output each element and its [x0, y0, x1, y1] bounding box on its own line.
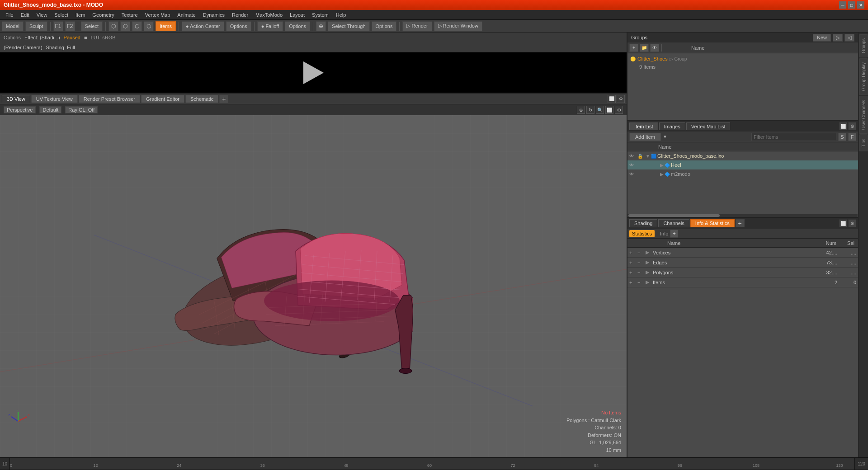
edge-tab-user-channels[interactable]: User Channels	[859, 96, 868, 134]
items-button[interactable]: Items	[156, 21, 176, 31]
stats-plus-i[interactable]: +	[629, 280, 637, 285]
restore-button[interactable]: □	[848, 1, 855, 9]
f1-button[interactable]: F1	[53, 21, 63, 31]
menu-dynamics[interactable]: Dynamics	[199, 11, 228, 19]
il-arrow-3[interactable]: ▶	[660, 172, 664, 177]
stats-arrow-e[interactable]: ▶	[646, 259, 652, 265]
stats-row-items[interactable]: + − ▶ Items 2 0	[627, 277, 858, 287]
item-list-options-btn[interactable]: ⚙	[848, 122, 856, 130]
tab-channels[interactable]: Channels	[658, 219, 689, 227]
groups-collapse-button[interactable]: ◁	[844, 34, 854, 42]
tab-schematic[interactable]: Schematic	[185, 95, 218, 103]
viewport-3d-nav1[interactable]: ⊕	[577, 106, 585, 114]
il-eye-3[interactable]: 👁	[629, 172, 637, 177]
groups-add-icon[interactable]: +	[629, 44, 638, 52]
stats-row-polygons[interactable]: + − ▶ Polygons 32.... ....	[627, 268, 858, 277]
menu-vertex-map[interactable]: Vertex Map	[142, 11, 174, 19]
stats-row-vertices[interactable]: + − ▶ Vertices 42.... ....	[627, 248, 858, 258]
toolbar-icon-4[interactable]: ⬡	[144, 21, 154, 31]
tab-images[interactable]: Images	[659, 122, 685, 130]
groups-folder-icon[interactable]: 📁	[640, 44, 649, 52]
stats-plus-v[interactable]: +	[629, 250, 637, 255]
item-list-scrollbar[interactable]	[628, 214, 857, 217]
menu-texture[interactable]: Texture	[118, 11, 142, 19]
viewport-3d-settings[interactable]: ⚙	[615, 106, 623, 114]
tab-render-preset-browser[interactable]: Render Preset Browser	[79, 95, 140, 103]
edge-tab-tips[interactable]: Tips	[859, 135, 868, 151]
options3-button[interactable]: Options	[372, 21, 397, 31]
tab-item-list[interactable]: Item List	[629, 122, 658, 130]
tab-vertex-map-list[interactable]: Vertex Map List	[686, 122, 731, 130]
viewport-view-type[interactable]: Perspective	[4, 106, 36, 113]
options1-button[interactable]: Options	[226, 21, 251, 31]
menu-view[interactable]: View	[33, 11, 51, 19]
toolbar-icon-2[interactable]: ⬡	[120, 21, 130, 31]
menu-animate[interactable]: Animate	[174, 11, 199, 19]
toolbar-icon-1[interactable]: ⬡	[108, 21, 118, 31]
stats-row-edges[interactable]: + − ▶ Edges 73.... ....	[627, 258, 858, 268]
menu-help[interactable]: Help	[332, 11, 350, 19]
stats-expand-btn[interactable]: ⬜	[839, 219, 847, 227]
item-list-expand-btn[interactable]: ⬜	[839, 122, 847, 130]
menu-file[interactable]: File	[2, 11, 17, 19]
viewport-options-button[interactable]: ⚙	[617, 95, 625, 103]
menu-select[interactable]: Select	[51, 11, 72, 19]
menu-item[interactable]: Item	[72, 11, 89, 19]
il-lock-1[interactable]: 🔒	[637, 154, 645, 159]
viewport-3d-nav3[interactable]: 🔍	[596, 106, 604, 114]
select-through-button[interactable]: Select Through	[328, 21, 369, 31]
toolbar-icon-3[interactable]: ⬡	[132, 21, 142, 31]
stats-plus-p[interactable]: +	[629, 270, 637, 275]
viewport-default-label[interactable]: Default	[39, 106, 61, 113]
edge-tab-groups[interactable]: Groups	[859, 34, 868, 57]
stats-dash-i[interactable]: −	[637, 280, 645, 285]
filter-items-input[interactable]	[751, 133, 836, 141]
f2-button[interactable]: F2	[65, 21, 75, 31]
il-row-scene[interactable]: 👁 🔒 ▼ 🟦 Glitter_Shoes_modo_base.lxo	[627, 151, 858, 160]
render-button[interactable]: ▷ Render	[402, 21, 432, 31]
stats-dash-v[interactable]: −	[637, 250, 645, 255]
menu-system[interactable]: System	[308, 11, 332, 19]
il-row-heel[interactable]: 👁 ▶ 🔷 Heel	[627, 160, 858, 169]
groups-eye-icon[interactable]: 👁	[650, 44, 659, 52]
menu-geometry[interactable]: Geometry	[89, 11, 118, 19]
il-row-m2modo[interactable]: 👁 ▶ 🔷 m2modo	[627, 169, 858, 179]
tab-add-button[interactable]: +	[219, 95, 228, 103]
tab-gradient-editor[interactable]: Gradient Editor	[141, 95, 184, 103]
menu-render[interactable]: Render	[228, 11, 252, 19]
stats-dash-e[interactable]: −	[637, 260, 645, 265]
close-button[interactable]: ✕	[857, 1, 864, 9]
groups-new-button[interactable]: New	[813, 34, 831, 42]
tab-info-statistics[interactable]: Info & Statistics	[690, 219, 735, 227]
stats-add-tab[interactable]: +	[736, 219, 745, 227]
viewport-expand-button[interactable]: ⬜	[608, 95, 616, 103]
edge-tab-group-display[interactable]: Group Display	[859, 58, 868, 95]
groups-expand-button[interactable]: ▷	[833, 34, 843, 42]
menu-layout[interactable]: Layout	[286, 11, 308, 19]
stats-add-btn[interactable]: +	[670, 230, 678, 238]
falloff-button[interactable]: ● Falloff	[257, 21, 283, 31]
add-item-button[interactable]: Add Item	[629, 133, 661, 141]
viewport-3d-expand[interactable]: ⬜	[605, 106, 613, 114]
il-eye-1[interactable]: 👁	[629, 154, 637, 159]
filter-f-button[interactable]: F	[848, 133, 856, 141]
il-eye-2[interactable]: 👁	[629, 163, 637, 168]
sculpt-button[interactable]: Sculpt	[25, 21, 47, 31]
il-arrow-1[interactable]: ▼	[646, 154, 650, 159]
viewport-3d-nav2[interactable]: ↻	[586, 106, 594, 114]
tab-shading[interactable]: Shading	[629, 219, 657, 227]
action-center-button[interactable]: ● Action Center	[182, 21, 224, 31]
filter-s-button[interactable]: S	[838, 133, 846, 141]
tab-uv-texture-view[interactable]: UV Texture View	[31, 95, 78, 103]
menu-edit[interactable]: Edit	[17, 11, 33, 19]
model-button[interactable]: Model	[2, 21, 24, 31]
stats-arrow-i[interactable]: ▶	[646, 279, 652, 285]
tab-3d-view[interactable]: 3D View	[2, 95, 30, 103]
stats-arrow-p[interactable]: ▶	[646, 269, 652, 275]
minimize-button[interactable]: ─	[839, 1, 846, 9]
stats-arrow-v[interactable]: ▶	[646, 249, 652, 255]
groups-item-row[interactable]: 🟡 Glitter_Shoes ▷ Group	[628, 54, 857, 63]
stats-plus-e[interactable]: +	[629, 260, 637, 265]
viewport-3d[interactable]: Perspective Default Ray GL: Off ⊕ ↻ 🔍 ⬜ …	[0, 104, 627, 457]
stats-dash-p[interactable]: −	[637, 270, 645, 275]
